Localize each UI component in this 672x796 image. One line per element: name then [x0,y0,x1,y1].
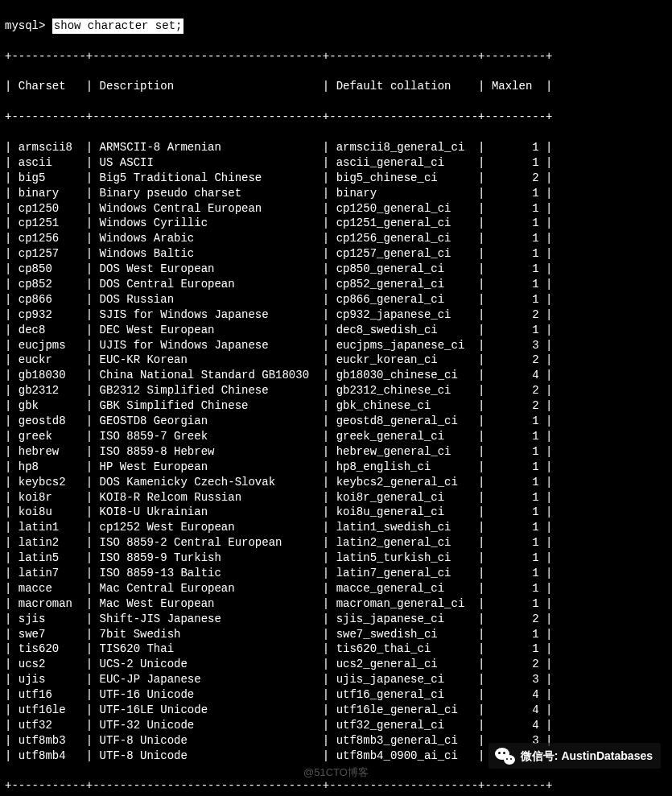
table-row: | koi8u | KOI8-U Ukrainian | koi8u_gener… [5,505,667,520]
table-row: | hebrew | ISO 8859-8 Hebrew | hebrew_ge… [5,444,667,460]
table-header: | Charset | Description | Default collat… [5,79,667,94]
mysql-prompt: mysql> [5,19,45,34]
table-row: | euckr | EUC-KR Korean | euckr_korean_c… [5,353,667,368]
table-row: | cp866 | DOS Russian | cp866_general_ci… [5,292,667,307]
sql-command: show character set; [52,19,184,34]
table-row: | cp1251 | Windows Cyrillic | cp1251_gen… [5,216,667,231]
table-row: | gb18030 | China National Standard GB18… [5,368,667,383]
table-row: | cp1256 | Windows Arabic | cp1256_gener… [5,231,667,246]
table-row: | latin7 | ISO 8859-13 Baltic | latin7_g… [5,566,667,581]
table-row: | armscii8 | ARMSCII-8 Armenian | armsci… [5,140,667,155]
table-row: | sjis | Shift-JIS Japanese | sjis_japan… [5,612,667,627]
table-row: | ucs2 | UCS-2 Unicode | ucs2_general_ci… [5,657,667,672]
table-row: | koi8r | KOI8-R Relcom Russian | koi8r_… [5,490,667,505]
table-border-bottom: +-----------+---------------------------… [5,778,667,794]
table-body: | armscii8 | ARMSCII-8 Armenian | armsci… [5,140,667,764]
table-row: | gbk | GBK Simplified Chinese | gbk_chi… [5,398,667,414]
prompt-line-1: mysql> show character set; [5,19,667,34]
table-row: | latin5 | ISO 8859-9 Turkish | latin5_t… [5,551,667,566]
table-row: | cp932 | SJIS for Windows Japanese | cp… [5,307,667,323]
table-row: | latin1 | cp1252 West European | latin1… [5,520,667,535]
table-row: | latin2 | ISO 8859-2 Central European |… [5,535,667,551]
table-border-top: +-----------+---------------------------… [5,49,667,64]
table-row: | utf16 | UTF-16 Unicode | utf16_general… [5,687,667,703]
table-row: | ascii | US ASCII | ascii_general_ci | … [5,155,667,171]
table-row: | eucjpms | UJIS for Windows Japanese | … [5,338,667,353]
wechat-text: 微信号: AustinDatabases [521,749,653,764]
table-row: | binary | Binary pseudo charset | binar… [5,186,667,201]
wechat-icon [493,746,516,765]
table-row: | utf32 | UTF-32 Unicode | utf32_general… [5,718,667,733]
table-row: | tis620 | TIS620 Thai | tis620_thai_ci … [5,641,667,657]
table-row: | dec8 | DEC West European | dec8_swedis… [5,323,667,338]
table-row: | geostd8 | GEOSTD8 Georgian | geostd8_g… [5,414,667,429]
table-row: | cp850 | DOS West European | cp850_gene… [5,262,667,277]
table-row: | ujis | EUC-JP Japanese | ujis_japanese… [5,672,667,687]
table-row: | gb2312 | GB2312 Simplified Chinese | g… [5,383,667,398]
table-border-mid: +-----------+---------------------------… [5,109,667,125]
table-row: | swe7 | 7bit Swedish | swe7_swedish_ci … [5,627,667,642]
terminal-output[interactable]: mysql> show character set; +-----------+… [0,0,672,796]
table-row: | big5 | Big5 Traditional Chinese | big5… [5,171,667,186]
table-row: | cp852 | DOS Central European | cp852_g… [5,277,667,292]
table-row: | cp1257 | Windows Baltic | cp1257_gener… [5,246,667,262]
table-row: | macroman | Mac West European | macroma… [5,596,667,612]
table-row: | greek | ISO 8859-7 Greek | greek_gener… [5,429,667,444]
table-row: | cp1250 | Windows Central European | cp… [5,201,667,217]
table-row: | keybcs2 | DOS Kamenicky Czech-Slovak |… [5,475,667,490]
table-row: | hp8 | HP West European | hp8_english_c… [5,460,667,475]
watermark-text: @51CTO博客 [303,765,369,780]
table-row: | macce | Mac Central European | macce_g… [5,581,667,596]
table-row: | utf16le | UTF-16LE Unicode | utf16le_g… [5,703,667,718]
wechat-badge: 微信号: AustinDatabases [489,743,661,769]
